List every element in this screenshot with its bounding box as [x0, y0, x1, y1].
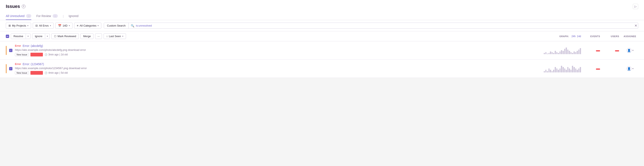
issue-checkbox-2[interactable] [9, 67, 12, 70]
issue-users-2 [602, 67, 619, 70]
graph-bar [574, 67, 575, 72]
assignee-chevron-1[interactable]: ▾ [632, 49, 634, 52]
tab-all-unresolved-badge: ··· [26, 14, 31, 18]
graph-bar [548, 53, 550, 54]
column-headers: GRAPH: 24h 14d EVENTS USERS ASSIGNEE [560, 35, 638, 38]
assignee-avatar-1[interactable]: 👤 [626, 48, 632, 53]
graph-14d-link[interactable]: 14d [577, 35, 581, 38]
graph-bar [545, 70, 546, 72]
last-seen-label: Last Seen [109, 35, 121, 38]
graph-bar [567, 67, 568, 72]
graph-bar [562, 51, 564, 54]
select-all-checkbox[interactable] [6, 35, 9, 38]
issue-color-bar-2 [6, 64, 7, 73]
merge-label: Merge [83, 35, 91, 38]
graph-bar [564, 49, 566, 54]
resolve-button[interactable]: Resolve [11, 34, 26, 39]
graph-bar [553, 70, 554, 72]
resolve-dropdown-arrow[interactable]: ▾ [26, 34, 30, 38]
sort-icon: ↕ [106, 35, 108, 38]
all-envs-chevron: ▾ [50, 25, 51, 27]
graph-bar [547, 54, 548, 54]
issue-events-2 [584, 67, 600, 70]
tab-all-unresolved-label: All Unresolved [6, 14, 24, 18]
users-value-2 [615, 68, 619, 70]
issue-users-1 [602, 49, 619, 52]
help-icon[interactable]: ? [22, 5, 26, 8]
graph-bar [550, 52, 551, 54]
custom-search-button[interactable]: Custom Search [104, 23, 129, 29]
issue-time-ago-2: 4min ago [48, 71, 58, 74]
assignee-chevron-2[interactable]: ▾ [632, 67, 634, 70]
tabs-bar: All Unresolved ··· For Review ··· | Igno… [6, 13, 638, 20]
all-categories-filter[interactable]: ≡ All Categories ▾ [74, 23, 102, 29]
new-issue-badge-1: New Issue [15, 53, 29, 56]
graph-bar [558, 53, 559, 54]
issue-title-row-2: Error Error: (1234567) [15, 62, 541, 66]
tab-ignored[interactable]: Ignored [68, 13, 78, 20]
tab-for-review[interactable]: For Review ··· [36, 13, 58, 20]
assignee-avatar-2[interactable]: 👤 [626, 66, 632, 71]
issue-age-2: 5d old [61, 71, 68, 74]
issue-events-1 [584, 49, 600, 52]
issue-title-row-1: Error Error: (abcdefg) [15, 44, 541, 48]
tab-all-unresolved[interactable]: All Unresolved ··· [6, 13, 31, 20]
clear-search-icon[interactable]: ✕ [634, 24, 638, 28]
issue-list: Error Error: (abcdefg) https://abc.examp… [0, 41, 644, 78]
all-categories-label: All Categories [80, 24, 96, 27]
graph-bar [553, 53, 554, 54]
graph-bar [560, 52, 561, 54]
more-actions-button[interactable]: ··· [95, 33, 102, 39]
search-input[interactable] [136, 24, 632, 27]
issue-title-1[interactable]: Error: (abcdefg) [22, 44, 43, 48]
page-title-area: Issues ? [6, 4, 26, 9]
tab-for-review-badge: ··· [53, 14, 58, 18]
14d-filter[interactable]: 📅 14D ▾ [55, 23, 72, 29]
ignore-button[interactable]: Ignore [32, 34, 45, 39]
graph-bar [570, 70, 572, 72]
issue-assignee-1: 👤 ▾ [622, 48, 638, 53]
graph-bar [580, 48, 581, 54]
tab-for-review-label: For Review [36, 14, 51, 18]
graph-bar [567, 50, 568, 54]
graph-bar [572, 66, 573, 72]
issue-url-1: https://abc.example.com/photo/abcdefg.pn… [15, 48, 541, 52]
graph-bar [545, 52, 546, 54]
assignee-col-header: ASSIGNEE [622, 35, 638, 38]
layers-icon: ⊟ [36, 24, 38, 27]
all-envs-label: All Envs [39, 24, 49, 27]
my-projects-filter[interactable]: ⊞ My Projects ▾ [6, 23, 31, 29]
graph-bar [558, 70, 559, 72]
merge-button[interactable]: Merge [80, 33, 94, 39]
calendar-icon: 📅 [58, 24, 61, 27]
graph-bar [572, 53, 573, 54]
issue-graph-1 [544, 47, 581, 54]
graph-bar [561, 50, 562, 54]
new-issue-badge-2: New Issue [15, 71, 29, 75]
graph-bar [544, 71, 545, 72]
clock-icon-1: 🕐 [44, 53, 48, 56]
last-seen-chevron: ▾ [122, 35, 123, 37]
issue-meta-1: New Issue 🕐 3min ago | 2d old [15, 53, 541, 56]
graph-bar [555, 51, 556, 54]
issue-color-bar [6, 46, 7, 55]
search-area: Custom Search 🔍 ✕ [104, 23, 638, 29]
graph-24h-link[interactable]: 24h [572, 35, 576, 38]
graph-bar [575, 68, 576, 72]
graph-bar [578, 50, 580, 54]
graph-bar [569, 51, 570, 54]
issue-red-bar-2 [30, 71, 43, 75]
all-categories-chevron: ▾ [98, 25, 99, 27]
mark-reviewed-button[interactable]: ☐ Mark Reviewed [52, 33, 79, 39]
expand-icon[interactable]: ▷ [633, 4, 638, 9]
ignore-dropdown-arrow[interactable]: ▾ [45, 34, 50, 38]
last-seen-button[interactable]: ↕ Last Seen ▾ [104, 33, 126, 39]
issue-checkbox-1[interactable] [9, 49, 12, 52]
all-envs-filter[interactable]: ⊟ All Envs ▾ [33, 23, 54, 29]
14d-chevron: ▾ [69, 25, 70, 27]
issue-title-2[interactable]: Error: (1234567) [22, 62, 44, 66]
clock-icon-2: 🕐 [44, 72, 48, 74]
graph-bar [564, 68, 566, 72]
grid-icon: ⊞ [8, 24, 11, 27]
graph-bar [575, 52, 576, 54]
